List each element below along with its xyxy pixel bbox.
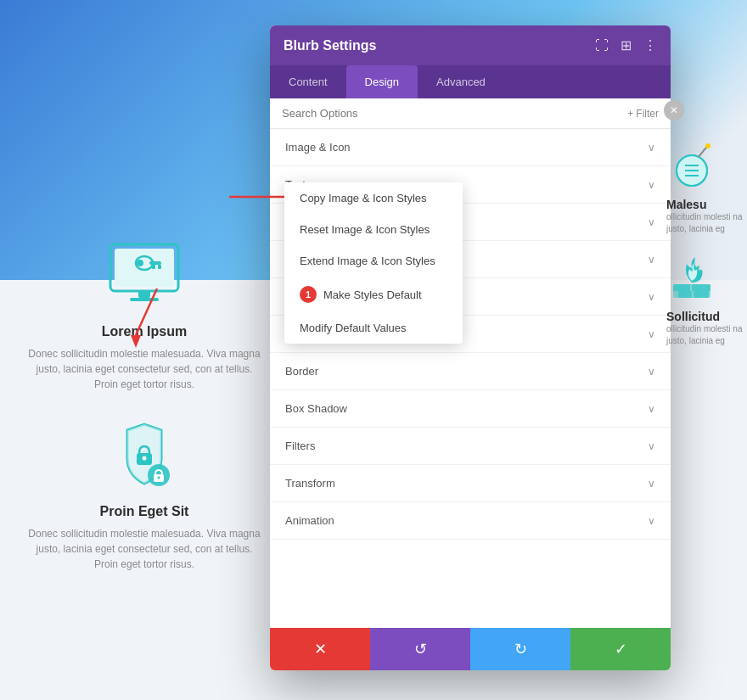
make-default-badge: 1 [300,286,317,303]
blurb-proin-eget: Proin Eget Sit Donec sollicitudin molest… [25,417,263,572]
svg-rect-3 [149,261,161,265]
modify-default-label: Modify Default Values [300,322,407,334]
right-sollicitud-body: ollicitudin molesti na justo, lacinia eg [666,323,743,347]
arrow-down [127,288,170,348]
svg-rect-5 [152,265,155,269]
svg-rect-1 [115,249,174,287]
context-copy-styles[interactable]: Copy Image & Icon Styles [284,182,463,214]
right-blurb-sollicitud: Sollicitud ollicitudin molesti na justo,… [662,252,743,347]
modal-close-external[interactable]: ✕ [664,100,684,120]
right-bomb-icon [666,140,717,191]
copy-styles-label: Copy Image & Icon Styles [300,192,427,204]
reset-styles-label: Reset Image & Icon Styles [300,223,430,236]
context-make-default[interactable]: 1 Make Styles Default [284,277,463,312]
svg-rect-25 [673,284,690,291]
svg-rect-26 [692,284,710,291]
svg-point-13 [158,477,160,479]
right-malesu-title: Malesu [666,198,743,211]
svg-rect-27 [678,291,692,298]
svg-rect-4 [158,265,161,269]
svg-point-10 [143,456,147,461]
context-menu: Copy Image & Icon Styles Reset Image & I… [284,182,463,344]
right-sollicitud-title: Sollicitud [666,310,743,323]
svg-line-16 [136,288,157,335]
context-modify-default[interactable]: Modify Default Values [284,312,463,344]
right-blurb-malesu: Malesu ollicitudin molesti na justo, lac… [662,140,743,235]
right-fire-icon [666,252,717,303]
blurb-lorem-body: Donec sollicitudin molestie malesuada. V… [25,346,263,392]
blurb-proin-body: Donec sollicitudin molestie malesuada. V… [25,526,263,572]
svg-rect-28 [694,291,709,298]
blurb-proin-title: Proin Eget Sit [25,504,263,519]
context-reset-styles[interactable]: Reset Image & Icon Styles [284,214,463,245]
page-content: Lorem Ipsum Donec sollicitudin molestie … [0,0,747,700]
blurb-shield-icon [98,417,191,494]
svg-point-6 [137,260,143,266]
right-blurbs: Malesu ollicitudin molesti na justo, lac… [662,140,743,364]
svg-marker-17 [131,335,141,348]
extend-styles-label: Extend Image & Icon Styles [300,255,435,267]
right-malesu-body: ollicitudin molesti na justo, lacinia eg [666,211,743,235]
make-default-label: Make Styles Default [323,288,422,301]
context-extend-styles[interactable]: Extend Image & Icon Styles [284,245,463,277]
svg-point-20 [705,143,710,148]
